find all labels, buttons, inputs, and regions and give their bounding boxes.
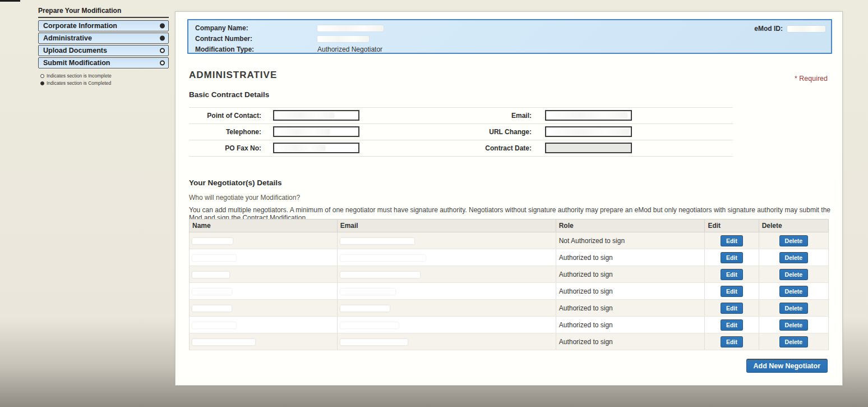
redacted-email — [340, 339, 408, 345]
contract-number-value-redacted — [317, 36, 369, 42]
delete-button[interactable]: Delete — [779, 303, 809, 314]
email-cell — [337, 317, 556, 333]
basic-contract-details-form: Point of Contact: Email: Telephone: URL … — [189, 107, 733, 157]
negotiators-question: Who will negotiate your Modification? — [189, 194, 300, 202]
negotiators-table: Name Email Role Edit Delete Not Authoriz… — [189, 219, 829, 350]
browser-edge-artifact — [0, 0, 20, 2]
table-row: Authorized to sign Edit Delete — [190, 266, 829, 283]
redacted-name — [192, 272, 229, 278]
redacted-name — [192, 339, 255, 345]
name-cell — [190, 333, 338, 350]
delete-button[interactable]: Delete — [779, 235, 809, 246]
redacted-email — [340, 305, 390, 312]
edit-button[interactable]: Edit — [721, 286, 743, 297]
role-cell: Authorized to sign — [556, 283, 705, 300]
email-input[interactable] — [545, 110, 632, 121]
sidebar-heading: Prepare Your Modification — [38, 7, 169, 18]
redacted-email — [340, 289, 395, 295]
email-cell — [337, 249, 556, 266]
status-dot-icon — [160, 61, 165, 66]
emod-id-row: eMod ID: — [754, 25, 825, 33]
company-name-row: Company Name: — [195, 24, 824, 33]
po-fax-no-input[interactable] — [273, 143, 359, 153]
email-cell — [337, 283, 556, 300]
delete-cell: Delete — [759, 333, 828, 350]
sidebar-item-submit-modification[interactable]: Submit Modification — [38, 57, 169, 68]
edit-cell: Edit — [705, 232, 759, 249]
status-dot-icon — [160, 48, 165, 53]
table-row: Not Authorized to sign Edit Delete — [190, 232, 829, 249]
company-name-label: Company Name: — [195, 24, 317, 32]
role-cell: Not Authorized to sign — [556, 232, 705, 249]
table-row: Authorized to sign Edit Delete — [190, 300, 829, 317]
edit-button[interactable]: Edit — [721, 336, 743, 347]
delete-button[interactable]: Delete — [779, 269, 809, 280]
edit-cell: Edit — [705, 317, 759, 333]
modification-type-value: Authorized Negotiator — [317, 45, 382, 53]
edit-cell: Edit — [705, 300, 759, 317]
role-cell: Authorized to sign — [556, 249, 705, 266]
delete-button[interactable]: Delete — [779, 252, 809, 263]
delete-cell: Delete — [759, 249, 828, 266]
emod-id-label: eMod ID: — [754, 25, 783, 33]
email-cell — [337, 266, 556, 283]
page-title: ADMINISTRATIVE — [189, 70, 277, 81]
sidebar-item-label: Upload Documents — [43, 47, 107, 54]
sidebar-item-label: Submit Modification — [43, 59, 110, 67]
sidebar-item-upload-documents[interactable]: Upload Documents — [38, 45, 169, 56]
telephone-input[interactable] — [273, 126, 359, 137]
delete-cell: Delete — [759, 266, 828, 283]
legend-text: Indicates section is Incomplete — [47, 73, 112, 79]
delete-button[interactable]: Delete — [779, 336, 809, 347]
edit-button[interactable]: Edit — [721, 319, 743, 331]
company-name-value-redacted — [317, 25, 384, 31]
table-row: Authorized to sign Edit Delete — [190, 333, 829, 350]
table-row: Authorized to sign Edit Delete — [190, 317, 829, 333]
delete-cell: Delete — [759, 283, 828, 300]
column-header-edit: Edit — [705, 219, 759, 232]
edit-button[interactable]: Edit — [721, 252, 743, 263]
column-header-email: Email — [337, 219, 556, 232]
add-new-negotiator-button[interactable]: Add New Negotiator — [746, 359, 828, 373]
legend-completed: Indicates section is Completed — [40, 80, 169, 86]
redacted-name — [192, 305, 232, 312]
main-panel: Company Name: Contract Number: Modificat… — [175, 11, 843, 386]
edit-button[interactable]: Edit — [721, 303, 743, 314]
sidebar-item-corporate-information[interactable]: Corporate Information — [38, 20, 169, 31]
redacted-value — [276, 112, 334, 118]
redacted-email — [340, 238, 414, 244]
modification-type-label: Modification Type: — [195, 45, 317, 53]
name-cell — [190, 249, 338, 266]
url-change-input[interactable] — [545, 126, 632, 137]
email-cell — [337, 300, 556, 317]
redacted-name — [192, 255, 236, 261]
delete-cell: Delete — [759, 300, 828, 317]
contract-summary-box: Company Name: Contract Number: Modificat… — [187, 19, 832, 54]
redacted-name — [192, 322, 236, 328]
redacted-email — [340, 322, 399, 328]
edit-button[interactable]: Edit — [721, 235, 743, 246]
legend-text: Indicates section is Completed — [47, 80, 111, 86]
redacted-email — [340, 255, 426, 261]
point-of-contact-input[interactable] — [273, 110, 359, 121]
completed-dot-icon — [40, 81, 44, 85]
delete-button[interactable]: Delete — [779, 286, 809, 297]
redacted-name — [192, 289, 232, 295]
contract-date-input[interactable] — [545, 143, 632, 153]
delete-cell: Delete — [759, 317, 828, 333]
name-cell — [190, 283, 338, 300]
redacted-value — [548, 129, 629, 135]
contract-number-row: Contract Number: — [195, 34, 824, 43]
form-row: Telephone: URL Change: — [189, 124, 733, 140]
table-row: Authorized to sign Edit Delete — [190, 249, 829, 266]
emod-id-value-redacted — [787, 26, 825, 32]
edit-button[interactable]: Edit — [721, 269, 743, 280]
legend-incomplete: Indicates section is Incomplete — [40, 73, 169, 79]
sidebar-item-label: Corporate Information — [43, 22, 117, 30]
name-cell — [190, 266, 338, 283]
role-cell: Authorized to sign — [556, 333, 705, 350]
role-cell: Authorized to sign — [556, 300, 705, 317]
negotiators-heading: Your Negotiator(s) Details — [189, 179, 282, 187]
delete-button[interactable]: Delete — [779, 319, 809, 331]
sidebar-item-administrative[interactable]: Administrative — [38, 33, 169, 44]
